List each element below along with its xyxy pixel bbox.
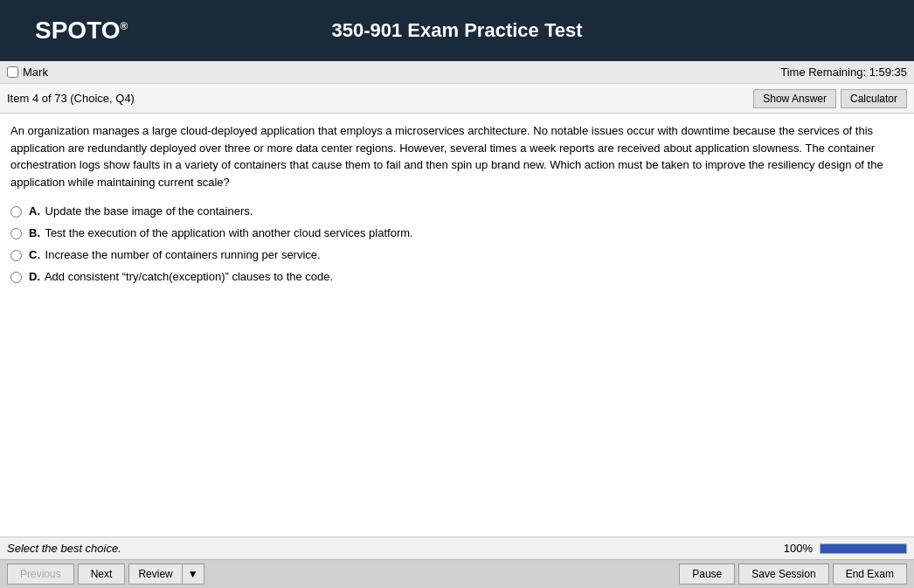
mark-label[interactable]: Mark [7,66,48,79]
logo-text: SPOTO [35,17,121,44]
nav-bar: Previous Next Review ▼ Pause Save Sessio… [0,559,914,588]
answer-option-b: B. Test the execution of the application… [10,226,904,239]
option-label-b: B. Test the execution of the application… [29,226,413,239]
radio-c[interactable] [10,250,22,261]
answer-option-a: A. Update the base image of the containe… [10,204,904,218]
save-session-button[interactable]: Save Session [738,564,828,585]
mark-checkbox[interactable] [7,66,18,78]
mark-bar: Mark Time Remaining: 1:59:35 [0,61,914,84]
header: SPOTO® 350-901 Exam Practice Test [0,0,914,61]
time-remaining: Time Remaining: 1:59:35 [780,66,907,79]
progress-area: 100% [784,542,907,555]
option-label-c: C. Increase the number of containers run… [29,248,321,261]
content-scroll[interactable]: An organization manages a large cloud-de… [0,114,914,536]
end-exam-button[interactable]: End Exam [833,564,907,585]
progress-bar-outer [820,543,907,554]
option-label-a: A. Update the base image of the containe… [29,204,253,218]
item-info: Item 4 of 73 (Choice, Q4) [7,92,135,105]
progress-percent: 100% [784,542,813,555]
logo: SPOTO® [17,17,128,45]
answer-options: A. Update the base image of the containe… [10,204,904,283]
status-text: Select the best choice. [7,542,121,555]
time-value: 1:59:35 [869,66,907,79]
calculator-button[interactable]: Calculator [841,89,907,108]
page-title: 350-901 Exam Practice Test [332,19,583,42]
previous-button[interactable]: Previous [7,564,74,585]
show-answer-button[interactable]: Show Answer [753,89,836,108]
next-button[interactable]: Next [78,564,126,585]
answer-option-d: D. Add consistent “try/catch(exception)”… [10,270,904,283]
item-bar: Item 4 of 73 (Choice, Q4) Show Answer Ca… [0,84,914,114]
review-btn-wrapper: Review ▼ [128,564,204,585]
answer-option-c: C. Increase the number of containers run… [10,248,904,261]
review-button[interactable]: Review [128,564,181,585]
radio-a[interactable] [10,206,22,218]
item-buttons: Show Answer Calculator [753,89,907,108]
radio-d[interactable] [10,272,22,283]
review-dropdown-button[interactable]: ▼ [182,564,204,585]
right-nav: Pause Save Session End Exam [679,564,907,585]
question-text: An organization manages a large cloud-de… [10,122,904,190]
pause-button[interactable]: Pause [679,564,735,585]
mark-text: Mark [23,66,48,79]
status-bar: Select the best choice. 100% [0,536,914,559]
option-label-d: D. Add consistent “try/catch(exception)”… [29,270,333,283]
logo-sup: ® [121,20,128,32]
left-nav: Previous Next Review ▼ [7,564,204,585]
progress-bar-inner [821,544,906,553]
time-label: Time Remaining: [780,66,866,79]
content-wrapper: An organization manages a large cloud-de… [0,114,914,536]
radio-b[interactable] [10,228,22,239]
